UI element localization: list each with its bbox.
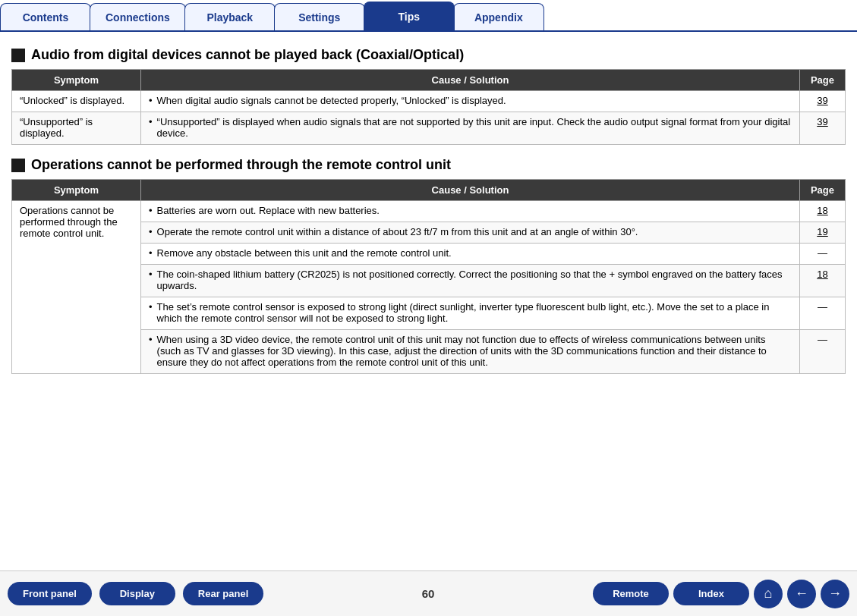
bottom-nav-left: Front panel Display Rear panel xyxy=(8,582,263,605)
remote-cause-item-3: Remove any obstacle between this unit an… xyxy=(149,247,792,259)
remote-cause-3: Remove any obstacle between this unit an… xyxy=(141,244,800,265)
remote-button[interactable]: Remote xyxy=(593,582,669,605)
audio-row2-page[interactable]: 39 xyxy=(800,112,846,145)
forward-button[interactable]: → xyxy=(821,580,849,608)
remote-cause-item-1: Batteries are worn out. Replace with new… xyxy=(149,205,792,216)
remote-page-3: — xyxy=(800,244,846,265)
audio-table-header-page: Page xyxy=(800,70,846,91)
remote-table: Symptom Cause / Solution Page Operations… xyxy=(11,179,846,374)
main-content: Audio from digital devices cannot be pla… xyxy=(0,32,857,570)
table-row: “Unlocked” is displayed. When digital au… xyxy=(12,91,846,112)
audio-row1-cause: When digital audio signals cannot be det… xyxy=(141,91,800,112)
remote-cause-6: When using a 3D video device, the remote… xyxy=(141,330,800,374)
remote-cause-4: The coin-shaped lithium battery (CR2025)… xyxy=(141,265,800,297)
table-row: Operations cannot be performed through t… xyxy=(12,201,846,222)
remote-symptom: Operations cannot be performed through t… xyxy=(12,201,141,374)
remote-cause-1: Batteries are worn out. Replace with new… xyxy=(141,201,800,222)
section-icon-audio xyxy=(11,49,25,62)
index-button[interactable]: Index xyxy=(673,582,749,605)
back-button[interactable]: ← xyxy=(787,580,816,608)
tab-settings[interactable]: Settings xyxy=(274,3,365,30)
section-title-audio: Audio from digital devices cannot be pla… xyxy=(31,47,464,63)
audio-table-header-cause: Cause / Solution xyxy=(141,70,800,91)
section-icon-remote xyxy=(11,159,25,172)
remote-page-2[interactable]: 19 xyxy=(800,222,846,244)
audio-row2-symptom: “Unsupported” is displayed. xyxy=(12,112,141,145)
tab-tips[interactable]: Tips xyxy=(364,2,455,30)
remote-cause-5: The set’s remote control sensor is expos… xyxy=(141,297,800,330)
top-navigation: Contents Connections Playback Settings T… xyxy=(0,0,857,32)
audio-row2-cause-item1: “Unsupported” is displayed when audio si… xyxy=(149,116,792,139)
table-row: “Unsupported” is displayed. “Unsupported… xyxy=(12,112,846,145)
tab-appendix[interactable]: Appendix xyxy=(453,3,544,30)
audio-table-header-symptom: Symptom xyxy=(12,70,141,91)
home-button[interactable]: ⌂ xyxy=(754,580,783,608)
remote-cause-2: Operate the remote control unit within a… xyxy=(141,222,800,244)
bottom-navigation: Front panel Display Rear panel 60 Remote… xyxy=(0,570,857,616)
tab-contents[interactable]: Contents xyxy=(0,3,91,30)
remote-page-6: — xyxy=(800,330,846,374)
display-button[interactable]: Display xyxy=(99,582,175,605)
audio-row2-cause: “Unsupported” is displayed when audio si… xyxy=(141,112,800,145)
section-heading-audio: Audio from digital devices cannot be pla… xyxy=(11,47,846,63)
remote-table-header-symptom: Symptom xyxy=(12,180,141,201)
remote-cause-item-4: The coin-shaped lithium battery (CR2025)… xyxy=(149,269,792,291)
section-heading-remote: Operations cannot be performed through t… xyxy=(11,157,846,173)
remote-page-4[interactable]: 18 xyxy=(800,265,846,297)
remote-page-5: — xyxy=(800,297,846,330)
remote-table-header-cause: Cause / Solution xyxy=(141,180,800,201)
remote-cause-item-6: When using a 3D video device, the remote… xyxy=(149,334,792,368)
audio-row1-cause-item1: When digital audio signals cannot be det… xyxy=(149,95,792,106)
section-title-remote: Operations cannot be performed through t… xyxy=(31,157,451,173)
front-panel-button[interactable]: Front panel xyxy=(8,582,92,605)
remote-table-header-page: Page xyxy=(800,180,846,201)
tab-playback[interactable]: Playback xyxy=(184,3,276,30)
tab-connections[interactable]: Connections xyxy=(90,3,186,30)
page-number: 60 xyxy=(422,587,435,600)
remote-cause-item-2: Operate the remote control unit within a… xyxy=(149,226,792,237)
rear-panel-button[interactable]: Rear panel xyxy=(183,582,263,605)
audio-row1-page[interactable]: 39 xyxy=(800,91,846,112)
remote-page-1[interactable]: 18 xyxy=(800,201,846,222)
remote-cause-item-5: The set’s remote control sensor is expos… xyxy=(149,301,792,324)
audio-table: Symptom Cause / Solution Page “Unlocked”… xyxy=(11,69,846,145)
audio-row1-symptom: “Unlocked” is displayed. xyxy=(12,91,141,112)
bottom-nav-right: Remote Index ⌂ ← → xyxy=(593,580,849,608)
